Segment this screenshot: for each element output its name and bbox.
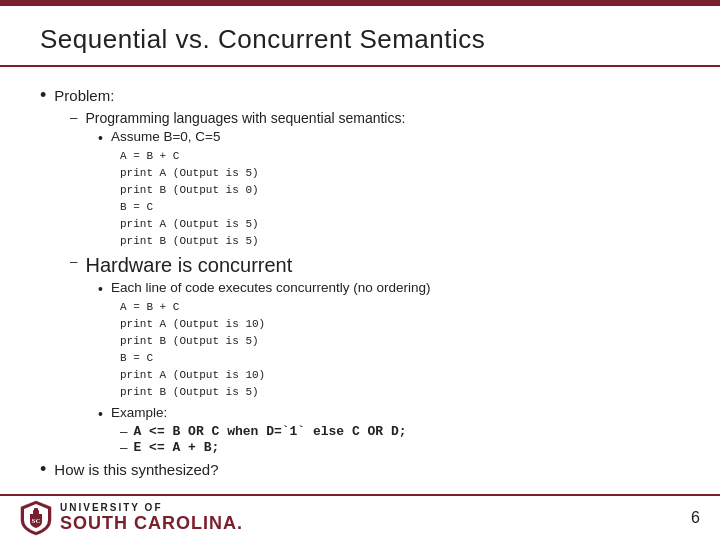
code-line-2-1: A = B + C [120,299,680,316]
slide: Sequential vs. Concurrent Semantics • Pr… [0,0,720,540]
example-line-2-text: E <= A + B; [134,440,220,455]
example-line-2: – E <= A + B; [120,440,680,455]
code-line-2-4: B = C [120,350,680,367]
example-line-1: – A <= B OR C when D=`1` else C OR D; [120,424,680,439]
slide-header: Sequential vs. Concurrent Semantics [0,6,720,67]
how-synthesized-label: How is this synthesized? [54,461,218,478]
page-number: 6 [691,509,700,527]
slide-footer: SC UNIVERSITY OF SOUTH CAROLINA. 6 [0,494,720,540]
code-line-1-5: print A (Output is 5) [120,216,680,233]
code-line-1-1: A = B + C [120,148,680,165]
code-line-1-4: B = C [120,199,680,216]
each-line-label: Each line of code executes concurrently … [111,280,431,295]
example-bullet: • Example: [98,405,680,422]
footer-text-area: UNIVERSITY OF SOUTH CAROLINA. [60,502,243,534]
sub-bullet-dot-3: • [98,406,103,422]
code-line-2-2: print A (Output is 10) [120,316,680,333]
dash-icon-2: – [70,254,78,269]
example-line-1-text: A <= B OR C when D=`1` else C OR D; [134,424,407,439]
each-line-bullet: • Each line of code executes concurrentl… [98,280,680,297]
hw-concurrent-dash: – Hardware is concurrent [70,254,680,277]
university-of-text: UNIVERSITY OF [60,502,243,513]
code-line-1-6: print B (Output is 5) [120,233,680,250]
code-line-2-3: print B (Output is 5) [120,333,680,350]
slide-title: Sequential vs. Concurrent Semantics [40,24,485,54]
sub-bullet-dot-2: • [98,281,103,297]
problem-bullet: • Problem: [40,87,680,106]
svg-rect-1 [34,508,38,511]
example-dash-1: – [120,424,128,439]
example-dash-2: – [120,440,128,455]
hw-concurrent-label: Hardware is concurrent [86,254,293,277]
code-line-1-2: print A (Output is 5) [120,165,680,182]
assume-label: Assume B=0, C=5 [111,129,221,144]
slide-content: • Problem: – Programming languages with … [0,77,720,495]
problem-label: Problem: [54,87,114,104]
how-synthesized-bullet: • How is this synthesized? [40,461,680,480]
usc-shield-icon: SC [20,500,52,536]
usc-name-text: SOUTH CAROLINA. [60,513,243,534]
code-line-1-3: print B (Output is 0) [120,182,680,199]
code-line-2-6: print B (Output is 5) [120,384,680,401]
dash-icon: – [70,110,78,125]
code-line-2-5: print A (Output is 10) [120,367,680,384]
footer-logo-area: SC UNIVERSITY OF SOUTH CAROLINA. [20,500,243,536]
svg-text:SC: SC [32,517,41,525]
example-label: Example: [111,405,167,420]
programming-lang-dash: – Programming languages with sequential … [70,110,680,126]
assume-bullet: • Assume B=0, C=5 [98,129,680,146]
bullet-dot-3: • [40,459,46,480]
sub-bullet-dot: • [98,130,103,146]
code-block-2: A = B + C print A (Output is 10) print B… [120,299,680,401]
code-block-1: A = B + C print A (Output is 5) print B … [120,148,680,250]
programming-lang-label: Programming languages with sequential se… [86,110,406,126]
bullet-dot: • [40,85,46,106]
